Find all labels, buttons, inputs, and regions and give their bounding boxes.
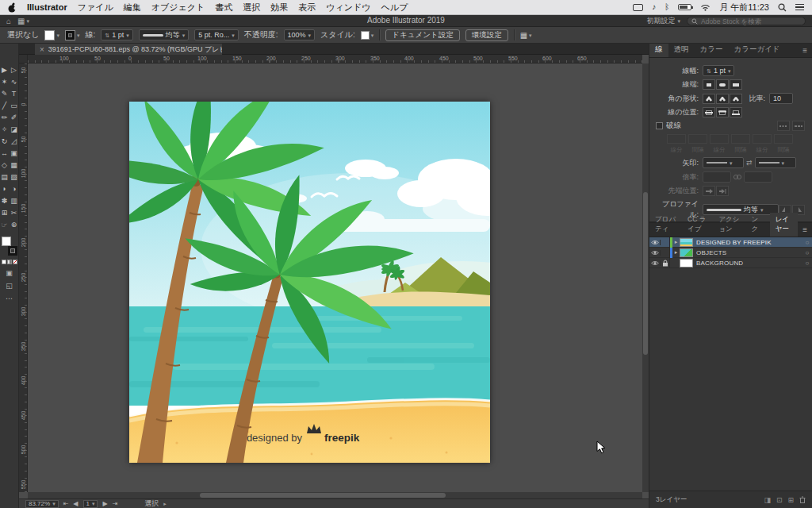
fill-stroke-indicator[interactable]: [2, 237, 17, 256]
hand-tool[interactable]: ☞: [0, 218, 10, 230]
panel-menu-icon[interactable]: ≡: [798, 225, 812, 237]
target-circle-icon[interactable]: ○: [802, 249, 812, 256]
vertical-ruler[interactable]: 500 50100 150200 250300 350400 450500 55…: [19, 64, 28, 492]
perspective-grid-tool[interactable]: ▦: [10, 159, 19, 171]
gradient-tool[interactable]: ▧: [10, 171, 19, 183]
arrow-end-dropdown[interactable]: ▾: [755, 157, 796, 168]
fill-color-swatch[interactable]: ▾: [44, 30, 59, 40]
new-layer-icon[interactable]: ⊞: [787, 496, 794, 504]
ruler-origin-corner[interactable]: [19, 55, 28, 64]
miter-join-button[interactable]: [703, 94, 715, 104]
rotate-tool[interactable]: ↻: [0, 135, 10, 147]
preferences-button[interactable]: 環境設定: [465, 29, 508, 41]
color-button[interactable]: [2, 260, 6, 264]
apple-logo-icon[interactable]: [8, 2, 17, 13]
opacity-combo[interactable]: 100% ▾: [284, 29, 316, 40]
miter-limit-field[interactable]: 10: [769, 93, 793, 104]
wifi-icon[interactable]: [700, 4, 710, 11]
free-transform-tool[interactable]: ▣: [10, 147, 19, 159]
layer-name[interactable]: BACKGROUND: [696, 260, 802, 267]
vertical-scrollbar[interactable]: [642, 64, 649, 492]
last-artboard-button[interactable]: ⇥: [113, 500, 118, 507]
menu-type[interactable]: 書式: [215, 2, 232, 13]
tab-color-guide[interactable]: カラーガイド: [728, 42, 785, 57]
menu-file[interactable]: ファイル: [78, 2, 113, 13]
align-options-icon[interactable]: ▦▾: [520, 31, 532, 40]
stroke-color-swatch[interactable]: ▾: [65, 30, 80, 40]
visibility-eye-icon[interactable]: [649, 250, 661, 256]
draw-mode-button[interactable]: ▣: [6, 269, 13, 277]
rectangle-tool[interactable]: ▭: [10, 99, 19, 111]
first-artboard-button[interactable]: ⇤: [63, 500, 69, 507]
menu-window[interactable]: ウィンドウ: [326, 2, 370, 13]
lock-toggle[interactable]: [661, 248, 670, 258]
butt-cap-button[interactable]: [703, 79, 715, 90]
shape-builder-tool[interactable]: ◇: [0, 159, 10, 171]
tab-transparency[interactable]: 透明: [668, 42, 695, 57]
zoom-tool[interactable]: ⊕: [10, 218, 19, 230]
menu-select[interactable]: 選択: [243, 2, 260, 13]
next-artboard-button[interactable]: ▶: [102, 500, 107, 507]
target-circle-icon[interactable]: ○: [802, 239, 812, 246]
direct-selection-tool[interactable]: ▷: [10, 64, 19, 75]
width-profile-dropdown[interactable]: 均等 ▾: [139, 29, 190, 40]
stroke-width-stepper[interactable]: ⇅ 1 pt ▾: [703, 65, 734, 76]
none-button[interactable]: [13, 260, 17, 264]
workspace-switcher[interactable]: 初期設定▾: [646, 16, 680, 26]
artboard-number-dropdown[interactable]: 1▾: [83, 500, 98, 508]
disclosure-icon[interactable]: ▸: [672, 249, 680, 256]
visibility-eye-icon[interactable]: [649, 260, 661, 266]
brush-definition-dropdown[interactable]: 5 pt. Ro... ▾: [194, 29, 239, 40]
edit-toolbar-button[interactable]: ⋯: [6, 294, 13, 302]
notification-center-icon[interactable]: [795, 2, 804, 13]
align-center-button[interactable]: [703, 107, 715, 117]
menu-view[interactable]: 表示: [298, 2, 316, 13]
fill-swatch[interactable]: [2, 237, 11, 246]
new-sublayer-icon[interactable]: ⊡: [776, 496, 783, 504]
projecting-cap-button[interactable]: [730, 79, 742, 90]
type-tool[interactable]: T: [10, 87, 19, 99]
layer-thumbnail[interactable]: [680, 248, 693, 257]
tab-actions[interactable]: アクション: [713, 213, 745, 237]
slice-tool[interactable]: ✂: [10, 206, 19, 218]
stock-search-input[interactable]: [701, 17, 796, 25]
menu-effect[interactable]: 効果: [270, 2, 288, 13]
gradient-button[interactable]: [7, 260, 12, 264]
target-circle-icon[interactable]: ○: [802, 260, 812, 267]
document-setup-button[interactable]: ドキュメント設定: [385, 29, 459, 41]
menu-object[interactable]: オブジェクト: [151, 2, 205, 13]
layer-row[interactable]: ▸ OBJECTS ○: [649, 248, 812, 258]
lock-icon[interactable]: [661, 258, 670, 268]
pen-tool[interactable]: ✎: [0, 87, 10, 99]
magic-wand-tool[interactable]: ✶: [0, 75, 10, 87]
make-mask-icon[interactable]: ◨: [764, 496, 771, 504]
tab-links[interactable]: リンク: [745, 203, 769, 237]
tab-stroke[interactable]: 線: [649, 42, 668, 57]
horizontal-scroll-thumb[interactable]: [200, 493, 446, 498]
arrow-start-dropdown[interactable]: ▾: [703, 157, 744, 168]
stroke-width-combo[interactable]: ⇅ 1 pt ▾: [101, 29, 132, 40]
stock-search-field[interactable]: [687, 17, 806, 25]
round-cap-button[interactable]: [716, 79, 729, 90]
canvas[interactable]: designed by freepik: [28, 64, 642, 492]
eraser-tool[interactable]: ◪: [10, 123, 19, 135]
mesh-tool[interactable]: ▤: [0, 171, 10, 183]
layer-thumbnail[interactable]: [680, 259, 693, 267]
previous-artboard-button[interactable]: ◀: [73, 500, 78, 507]
column-graph-tool[interactable]: ▥: [10, 194, 19, 206]
line-segment-tool[interactable]: ╱: [0, 99, 10, 111]
bluetooth-icon[interactable]: ᛒ: [665, 3, 669, 11]
artboard-tool[interactable]: ⊞: [0, 206, 10, 218]
style-dropdown[interactable]: ▾: [361, 31, 374, 40]
stroke-swatch[interactable]: [8, 246, 17, 256]
battery-icon[interactable]: [678, 4, 691, 10]
status-menu-arrow-icon[interactable]: ▸: [163, 501, 167, 506]
tab-layers[interactable]: レイヤー: [770, 213, 799, 237]
horizontal-ruler[interactable]: 10050 050 100150 200250 300350 400450 50…: [28, 55, 642, 64]
visibility-eye-icon[interactable]: [649, 240, 661, 245]
spotlight-icon[interactable]: [778, 3, 787, 12]
layer-name[interactable]: DESIGNED BY FREEPIK: [696, 239, 802, 246]
zoom-level-dropdown[interactable]: 83.72%▾: [25, 500, 59, 508]
layer-row[interactable]: ▸ DESIGNED BY FREEPIK ○: [649, 237, 812, 248]
close-tab-icon[interactable]: ×: [40, 45, 44, 54]
